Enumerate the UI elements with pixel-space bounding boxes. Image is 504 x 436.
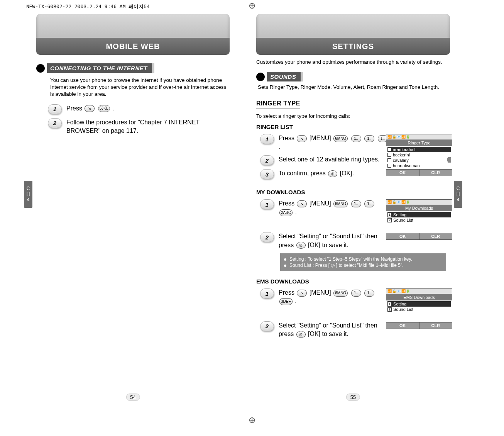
list-item-label: arambrahall bbox=[393, 147, 415, 152]
softkey-icon: ↘ bbox=[297, 290, 307, 297]
list-item-label: Sound List bbox=[393, 218, 413, 222]
ok-key-icon: ◎ bbox=[296, 242, 306, 249]
ok-key-icon: ◎ bbox=[328, 170, 337, 177]
print-header: NEW-TX-60B02-22 2003.2.24 9:46 AM 페이지54 bbox=[26, 3, 150, 10]
left-step-1: 1 Press ↘ 5JKL . bbox=[48, 104, 230, 114]
softkey-ok[interactable]: OK bbox=[386, 322, 419, 329]
checkbox-icon bbox=[387, 153, 391, 157]
page-title-right: SETTINGS bbox=[332, 42, 374, 51]
softkey-clr[interactable]: CLR bbox=[419, 169, 452, 176]
list-item[interactable]: 1Setting bbox=[387, 301, 451, 307]
step-number: 1 bbox=[48, 104, 62, 114]
chapter-tab-right: C H 4 bbox=[454, 181, 462, 208]
tip-text: Sound List : Press [ ◎ ] to select "Midi… bbox=[289, 263, 404, 268]
section-header-left: CONNECTING TO THE INTERNET bbox=[36, 63, 230, 73]
step-text-part: . bbox=[112, 105, 114, 112]
list-item-label: bockerini bbox=[393, 153, 410, 157]
number-box-icon: 2 bbox=[387, 307, 392, 312]
chapter-tab-text: H bbox=[457, 192, 460, 197]
chapter-tab-left: C H 4 bbox=[24, 181, 32, 208]
softkey-ok[interactable]: OK bbox=[386, 169, 419, 176]
keypad-2-icon: 2ABC bbox=[279, 209, 293, 216]
menu-label: [MENU] bbox=[310, 200, 331, 207]
status-bar-icon: 📶🔒📧📶🔋 bbox=[386, 289, 452, 294]
step-text-part: Press bbox=[279, 200, 296, 207]
crop-mark-top-icon: ⊕ bbox=[249, 1, 255, 11]
list-item[interactable]: 2Sound List bbox=[387, 217, 451, 223]
page-number-left: 54 bbox=[126, 394, 140, 401]
step-text: Press ↘ [MENU] 6MNO 1.. 1.. 2ABC . bbox=[279, 199, 391, 217]
keypad-1-icon: 1.. bbox=[364, 290, 374, 297]
section-bullet-icon bbox=[256, 73, 265, 81]
menu-label: [MENU] bbox=[310, 135, 331, 141]
keypad-1-icon: 1.. bbox=[351, 290, 361, 297]
phone-screen-ems: 📶🔒📧📶🔋 EMS Downloads 1Setting 2Sound List… bbox=[386, 288, 452, 329]
tip-box: Setting : To select "1 Step~5 Steps" wit… bbox=[280, 253, 446, 271]
list-item[interactable]: bockerini bbox=[387, 152, 451, 158]
menu-label: [MENU] bbox=[310, 289, 331, 296]
step-number: 2 bbox=[260, 321, 274, 331]
page-right: SETTINGS Customizes your phone and optim… bbox=[243, 11, 463, 405]
step-text: Select "Setting" or "Sound List" then pr… bbox=[279, 321, 391, 339]
section-intro-right: Sets Ringer Type, Ringer Mode, Volume, A… bbox=[258, 84, 450, 91]
my-downloads-heading: MY DOWNLOADS bbox=[256, 189, 450, 195]
step-number: 2 bbox=[260, 155, 274, 165]
chapter-tab-text: C bbox=[457, 186, 460, 191]
intro-text-right: Customizes your phone and optimizes perf… bbox=[256, 59, 450, 66]
list-item[interactable]: 1Setting bbox=[387, 212, 451, 217]
page-number-right: 55 bbox=[346, 394, 360, 401]
step-text-part: Press bbox=[279, 289, 296, 296]
bullet-icon bbox=[284, 265, 286, 267]
step-text-part: . bbox=[279, 144, 280, 150]
step-text: To confirm, press ◎ [OK]. bbox=[279, 169, 354, 178]
softkey-ok[interactable]: OK bbox=[386, 233, 419, 239]
softkey-clr[interactable]: CLR bbox=[419, 233, 452, 239]
checkbox-icon bbox=[387, 158, 391, 162]
keypad-5-icon: 5JKL bbox=[98, 105, 110, 112]
number-box-icon: 1 bbox=[387, 302, 392, 306]
keypad-6-icon: 6MNO bbox=[333, 135, 348, 142]
ringer-type-note: To select a ringer type for incoming cal… bbox=[256, 113, 450, 119]
step-number: 3 bbox=[260, 169, 274, 179]
number-box-icon: 1 bbox=[387, 213, 392, 217]
list-item[interactable]: cavalary bbox=[387, 158, 451, 163]
title-tab-left: MOBILE WEB bbox=[36, 14, 230, 55]
step-text: Select one of 12 available ring types. bbox=[279, 155, 380, 164]
section-header-right: SOUNDS bbox=[256, 72, 450, 81]
chapter-tab-text: H bbox=[27, 192, 30, 197]
screen-title: EMS Downloads bbox=[386, 294, 452, 300]
keypad-6-icon: 6MNO bbox=[333, 290, 348, 297]
step-number: 1 bbox=[260, 134, 274, 144]
step-text-part: [OK]. bbox=[340, 170, 354, 176]
step-text-part: Press bbox=[66, 105, 84, 112]
step-number: 1 bbox=[260, 199, 274, 209]
step-text-part: To confirm, press bbox=[279, 170, 327, 176]
chapter-tab-text: 4 bbox=[27, 197, 30, 202]
step-text-part: Press bbox=[279, 135, 296, 141]
step-text: Press ↘ [MENU] 6MNO 1.. 1.. 1.. . bbox=[279, 134, 391, 151]
bullet-icon bbox=[284, 258, 286, 261]
ok-key-icon: ◎ bbox=[296, 331, 306, 338]
keypad-3-icon: 3DEF bbox=[279, 298, 293, 305]
step-number: 2 bbox=[48, 118, 62, 128]
list-item-label: Setting bbox=[393, 302, 406, 306]
tip-text: Setting : To select "1 Step~5 Steps" wit… bbox=[289, 256, 412, 262]
step-number: 2 bbox=[260, 232, 274, 242]
step-text: Select "Setting" or "Sound List" then pr… bbox=[279, 232, 391, 249]
list-item[interactable]: heartofwoman bbox=[387, 163, 451, 168]
list-item-label: heartofwoman bbox=[393, 163, 420, 168]
ems-downloads-heading: EMS DOWNLOADS bbox=[256, 278, 450, 285]
list-item[interactable]: 2Sound List bbox=[387, 307, 451, 312]
keypad-1-icon: 1.. bbox=[351, 200, 361, 207]
intro-text-left: You can use your phone to browse the Int… bbox=[50, 77, 230, 98]
screen-title: Ringer Type bbox=[386, 140, 452, 146]
keypad-1-icon: 1.. bbox=[364, 135, 374, 142]
page-left: MOBILE WEB CONNECTING TO THE INTERNET Yo… bbox=[23, 11, 243, 405]
step-text: Press ↘ [MENU] 6MNO 1.. 1.. 3DEF . bbox=[279, 288, 391, 306]
scrollbar[interactable] bbox=[447, 158, 451, 161]
softkey-clr[interactable]: CLR bbox=[419, 322, 452, 329]
list-item[interactable]: arambrahall bbox=[387, 147, 451, 152]
screen-title: My Downloads bbox=[386, 205, 452, 211]
keypad-1-icon: 1.. bbox=[351, 135, 361, 142]
step-text: Follow the procedures for "Chapter 7 INT… bbox=[66, 118, 205, 136]
